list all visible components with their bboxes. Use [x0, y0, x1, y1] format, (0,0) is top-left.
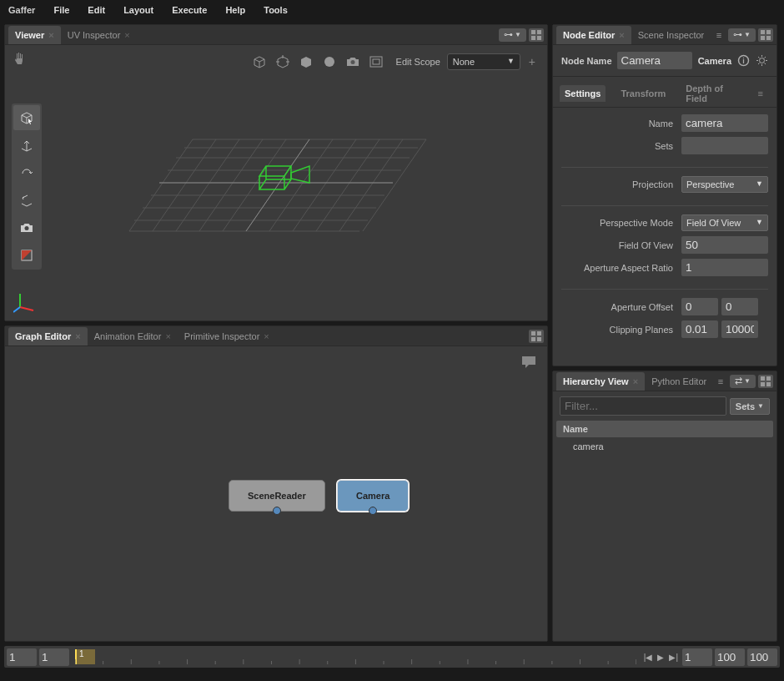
tab-menu-icon[interactable]: ≡ — [758, 88, 770, 98]
viewport[interactable] — [5, 45, 547, 320]
layout-button[interactable] — [758, 375, 773, 388]
rotate-tool[interactable] — [13, 160, 40, 185]
menu-icon[interactable]: ≡ — [714, 375, 727, 388]
field-label-perspective-mode: Perspective Mode — [561, 218, 678, 228]
graph-canvas[interactable]: SceneReader Camera — [5, 346, 547, 641]
grid-icon — [761, 376, 771, 386]
solid-cube-icon[interactable] — [296, 52, 316, 72]
add-button[interactable]: + — [524, 55, 540, 68]
filter-input[interactable] — [560, 396, 726, 416]
projection-dropdown[interactable]: Perspective ▼ — [681, 176, 768, 193]
tab-label: Viewer — [15, 30, 44, 40]
field-label-aperture-offset: Aperture Offset — [561, 302, 678, 312]
close-icon[interactable]: × — [165, 331, 170, 341]
chevron-down-icon: ▼ — [744, 377, 751, 385]
timeline-track[interactable]: 1 — [75, 649, 636, 664]
tab-scene-inspector[interactable]: Scene Inspector — [631, 26, 711, 44]
node-scene-reader[interactable]: SceneReader — [229, 480, 325, 512]
tab-settings[interactable]: Settings — [560, 85, 606, 102]
timeline-current-input[interactable] — [682, 648, 712, 666]
close-icon[interactable]: × — [75, 331, 80, 341]
timeline-range-end-input[interactable] — [715, 648, 745, 666]
tab-hierarchy-view[interactable]: Hierarchy View × — [556, 372, 645, 391]
svg-point-30 — [25, 226, 29, 230]
annotation-icon[interactable] — [520, 355, 537, 370]
clip-far-input[interactable] — [721, 320, 758, 338]
svg-line-50 — [758, 57, 760, 58]
play-start-button[interactable]: |◀ — [642, 653, 655, 662]
viewer-panel: Viewer × UV Inspector × ⊶ ▼ — [4, 24, 548, 321]
cube-icon[interactable] — [249, 52, 269, 72]
layout-button[interactable] — [529, 28, 544, 42]
timeline-end-input[interactable] — [747, 648, 777, 666]
clip-near-input[interactable] — [681, 320, 718, 338]
viewer-pin-menu[interactable]: ⊶ ▼ — [499, 28, 526, 42]
name-input[interactable] — [681, 114, 768, 132]
svg-rect-3 — [537, 36, 541, 40]
svg-line-13 — [129, 139, 193, 231]
close-icon[interactable]: × — [48, 30, 53, 40]
camera-tool[interactable] — [13, 215, 40, 240]
node-camera[interactable]: Camera — [337, 480, 409, 512]
sets-input[interactable] — [681, 137, 768, 154]
node-editor-pin-menu[interactable]: ⊶ ▼ — [728, 28, 756, 42]
menu-tools[interactable]: Tools — [264, 5, 288, 15]
close-icon[interactable]: × — [124, 30, 129, 40]
fov-input[interactable] — [681, 236, 768, 254]
scale-tool[interactable] — [13, 188, 40, 213]
tab-depth-of-field[interactable]: Depth of Field — [681, 80, 747, 107]
perspective-mode-dropdown[interactable]: Field Of View ▼ — [681, 214, 768, 231]
svg-rect-29 — [373, 59, 379, 64]
info-icon[interactable]: i — [736, 54, 750, 68]
tab-animation-editor[interactable]: Animation Editor × — [88, 327, 178, 346]
menu-help[interactable]: Help — [225, 5, 245, 15]
menu-layout[interactable]: Layout — [123, 5, 153, 15]
menu-file[interactable]: File — [53, 5, 69, 15]
node-name-input[interactable] — [617, 52, 692, 69]
tab-python-editor[interactable]: Python Editor — [645, 372, 713, 391]
aperture-offset-x-input[interactable] — [681, 298, 718, 315]
hierarchy-pin-menu[interactable]: ⇄ ▼ — [730, 375, 756, 388]
menu-execute[interactable]: Execute — [172, 5, 207, 15]
timeline-start-input[interactable] — [7, 648, 37, 666]
tab-node-editor[interactable]: Node Editor × — [556, 26, 631, 44]
translate-tool[interactable] — [13, 133, 40, 158]
aperture-offset-y-input[interactable] — [721, 298, 758, 315]
crop-tool[interactable] — [13, 243, 40, 268]
play-button[interactable]: ▶ — [656, 653, 666, 662]
tab-graph-editor[interactable]: Graph Editor × — [8, 327, 88, 346]
select-tool[interactable] — [13, 105, 40, 130]
layout-button[interactable] — [758, 28, 773, 42]
tab-label: Graph Editor — [15, 331, 71, 341]
timeline-range-start-input[interactable] — [39, 648, 69, 666]
close-icon[interactable]: × — [264, 331, 269, 341]
menu-edit[interactable]: Edit — [88, 5, 105, 15]
tab-uv-inspector[interactable]: UV Inspector × — [61, 26, 137, 44]
sets-button[interactable]: Sets ▼ — [730, 398, 770, 415]
axis-gizmo[interactable] — [13, 289, 38, 314]
edit-scope-dropdown[interactable]: None ▼ — [447, 53, 520, 70]
tab-primitive-inspector[interactable]: Primitive Inspector × — [178, 327, 276, 346]
svg-text:i: i — [742, 57, 745, 65]
svg-rect-40 — [766, 30, 771, 34]
hierarchy-item[interactable]: camera — [556, 439, 773, 454]
tab-viewer[interactable]: Viewer × — [8, 26, 61, 44]
layout-button[interactable] — [529, 330, 544, 343]
gear-icon[interactable] — [755, 54, 768, 68]
node-type: Camera — [698, 56, 731, 66]
node-output-port[interactable] — [273, 507, 281, 515]
menu-icon[interactable]: ≡ — [712, 28, 726, 42]
node-output-port[interactable] — [369, 507, 377, 515]
expand-icon[interactable] — [273, 52, 293, 72]
play-end-button[interactable]: ▶| — [667, 653, 680, 662]
crop-icon[interactable] — [366, 52, 386, 72]
tab-transform[interactable]: Transform — [616, 85, 671, 102]
close-icon[interactable]: × — [633, 376, 638, 386]
camera-icon[interactable] — [343, 52, 363, 72]
tab-label: Animation Editor — [94, 331, 162, 341]
close-icon[interactable]: × — [619, 30, 624, 40]
sphere-icon[interactable] — [319, 52, 339, 72]
grid-icon — [761, 30, 771, 40]
pan-tool-icon[interactable] — [12, 52, 32, 72]
aspect-input[interactable] — [681, 259, 768, 276]
